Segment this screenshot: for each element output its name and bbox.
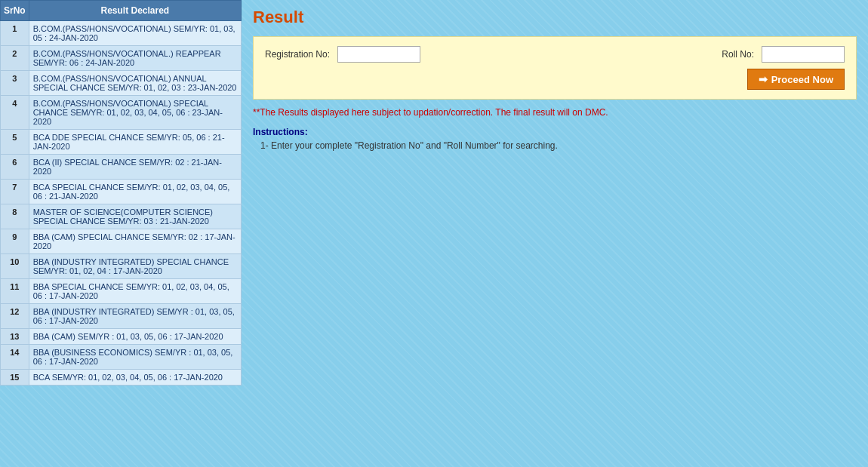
proceed-arrow-icon: ➡ [759, 73, 768, 85]
row-sr: 12 [1, 304, 29, 329]
row-sr: 2 [1, 46, 29, 71]
row-result: BBA (CAM) SEM/YR : 01, 03, 05, 06 : 17-J… [29, 329, 241, 345]
row-sr: 8 [1, 204, 29, 229]
row-sr: 5 [1, 130, 29, 155]
row-sr: 4 [1, 96, 29, 130]
left-panel: SrNo Result Declared 1B.COM.(PASS/HONS/V… [0, 0, 242, 467]
row-result: B.COM.(PASS/HONS/VOCATIONAL) SEM/YR: 01,… [29, 21, 241, 46]
table-row[interactable]: 6BCA (II) SPECIAL CHANCE SEM/YR: 02 : 21… [1, 155, 242, 180]
row-result: MASTER OF SCIENCE(COMPUTER SCIENCE) SPEC… [29, 204, 241, 229]
instructions-section: Instructions: 1- Enter your complete "Re… [253, 127, 857, 151]
row-sr: 14 [1, 345, 29, 370]
row-result: BCA DDE SPECIAL CHANCE SEM/YR: 05, 06 : … [29, 130, 241, 155]
row-sr: 11 [1, 279, 29, 304]
row-sr: 10 [1, 254, 29, 279]
table-row[interactable]: 7BCA SPECIAL CHANCE SEM/YR: 01, 02, 03, … [1, 180, 242, 204]
col-header-result: Result Declared [29, 1, 241, 21]
proceed-button-label: Proceed Now [771, 74, 833, 85]
table-row[interactable]: 10BBA (INDUSTRY INTEGRATED) SPECIAL CHAN… [1, 254, 242, 279]
table-row[interactable]: 15BCA SEM/YR: 01, 02, 03, 04, 05, 06 : 1… [1, 370, 242, 386]
row-result: BCA (II) SPECIAL CHANCE SEM/YR: 02 : 21-… [29, 155, 241, 180]
row-result: B.COM.(PASS/HONS/VOCATIONAL) ANNUAL SPEC… [29, 71, 241, 96]
disclaimer-text: **The Results displayed here subject to … [253, 107, 857, 118]
col-header-srno: SrNo [1, 1, 29, 21]
instructions-title: Instructions: [253, 127, 857, 137]
right-panel: Result Registration No: Roll No: ➡ Proce… [242, 0, 868, 467]
registration-input[interactable] [337, 46, 420, 63]
row-sr: 6 [1, 155, 29, 180]
table-row[interactable]: 12BBA (INDUSTRY INTEGRATED) SEM/YR : 01,… [1, 304, 242, 329]
table-row[interactable]: 8MASTER OF SCIENCE(COMPUTER SCIENCE) SPE… [1, 204, 242, 229]
registration-label: Registration No: [265, 49, 330, 60]
table-row[interactable]: 3B.COM.(PASS/HONS/VOCATIONAL) ANNUAL SPE… [1, 71, 242, 96]
row-sr: 1 [1, 21, 29, 46]
row-sr: 9 [1, 229, 29, 254]
row-result: BBA SPECIAL CHANCE SEM/YR: 01, 02, 03, 0… [29, 279, 241, 304]
table-row[interactable]: 11BBA SPECIAL CHANCE SEM/YR: 01, 02, 03,… [1, 279, 242, 304]
roll-label: Roll No: [722, 49, 754, 60]
table-row[interactable]: 2B.COM.(PASS/HONS/VOCATIONAL.) REAPPEAR … [1, 46, 242, 71]
table-row[interactable]: 13BBA (CAM) SEM/YR : 01, 03, 05, 06 : 17… [1, 329, 242, 345]
table-row[interactable]: 4B.COM.(PASS/HONS/VOCATIONAL) SPECIAL CH… [1, 96, 242, 130]
row-result: B.COM.(PASS/HONS/VOCATIONAL.) REAPPEAR S… [29, 46, 241, 71]
table-row[interactable]: 1B.COM.(PASS/HONS/VOCATIONAL) SEM/YR: 01… [1, 21, 242, 46]
page-title: Result [253, 8, 857, 27]
row-result: BBA (INDUSTRY INTEGRATED) SPECIAL CHANCE… [29, 254, 241, 279]
proceed-button[interactable]: ➡ Proceed Now [747, 69, 845, 90]
instructions-item-1: 1- Enter your complete "Registration No"… [260, 140, 857, 151]
row-sr: 3 [1, 71, 29, 96]
table-row[interactable]: 9BBA (CAM) SPECIAL CHANCE SEM/YR: 02 : 1… [1, 229, 242, 254]
row-result: BBA (INDUSTRY INTEGRATED) SEM/YR : 01, 0… [29, 304, 241, 329]
roll-input[interactable] [762, 46, 845, 63]
row-result: BBA (BUSINESS ECONOMICS) SEM/YR : 01, 03… [29, 345, 241, 370]
row-sr: 7 [1, 180, 29, 204]
table-row[interactable]: 14BBA (BUSINESS ECONOMICS) SEM/YR : 01, … [1, 345, 242, 370]
row-result: BCA SEM/YR: 01, 02, 03, 04, 05, 06 : 17-… [29, 370, 241, 386]
row-sr: 13 [1, 329, 29, 345]
search-form: Registration No: Roll No: ➡ Proceed Now [253, 36, 857, 100]
row-result: B.COM.(PASS/HONS/VOCATIONAL) SPECIAL CHA… [29, 96, 241, 130]
row-result: BBA (CAM) SPECIAL CHANCE SEM/YR: 02 : 17… [29, 229, 241, 254]
row-result: BCA SPECIAL CHANCE SEM/YR: 01, 02, 03, 0… [29, 180, 241, 204]
row-sr: 15 [1, 370, 29, 386]
table-row[interactable]: 5BCA DDE SPECIAL CHANCE SEM/YR: 05, 06 :… [1, 130, 242, 155]
